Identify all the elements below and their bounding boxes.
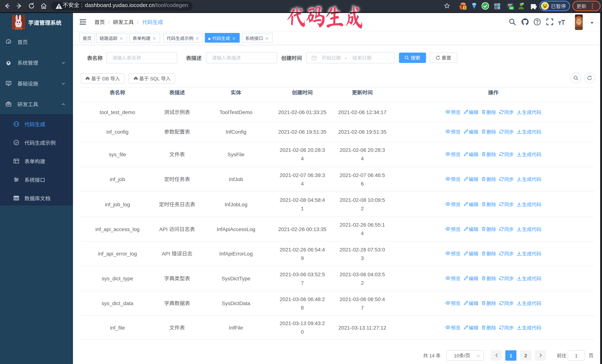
svg-text:1: 1 [464,5,465,10]
svg-text:on: on [510,6,513,10]
